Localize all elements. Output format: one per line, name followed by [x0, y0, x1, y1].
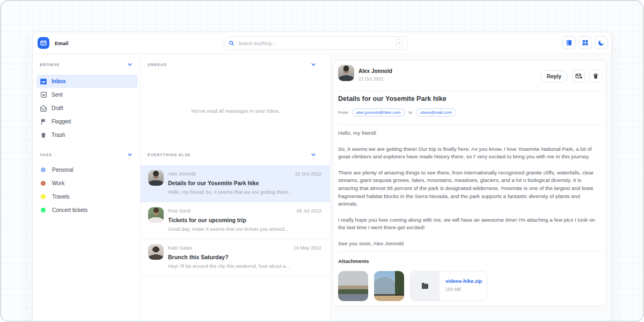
tag-item-personal[interactable]: Personal: [36, 163, 138, 177]
sidebar-item-trash[interactable]: Trash: [36, 128, 138, 142]
tag-item-travels[interactable]: Travels: [36, 190, 138, 203]
email-subject: Tickets for our upcoming trip: [168, 217, 246, 223]
to-email-chip[interactable]: steve@mail.com: [416, 108, 456, 116]
message-list: UNREAD You've read all messages in your …: [141, 55, 331, 322]
inbox-icon: [40, 78, 47, 85]
attachment-photo-1[interactable]: [338, 271, 368, 301]
avatar: [148, 207, 164, 223]
page-background: Email /: [0, 0, 644, 322]
attachment-photo-2[interactable]: [374, 271, 404, 301]
email-app-window: Email /: [32, 32, 612, 322]
email-subject: Brunch this Saturday?: [168, 254, 229, 260]
sidebar-item-label: Trash: [52, 132, 65, 138]
from-email-chip[interactable]: alex.jonnold@hike.com: [352, 108, 405, 116]
tag-label: Personal: [52, 167, 73, 173]
apps-button[interactable]: [579, 36, 592, 49]
to-label: to: [409, 110, 413, 115]
unread-section-header[interactable]: UNREAD: [148, 62, 316, 67]
search-input[interactable]: [238, 41, 396, 46]
app-title: Email: [55, 40, 68, 46]
tag-dot: [41, 181, 46, 186]
tag-dot: [41, 208, 46, 213]
email-body: Hello, my friend! So, it seems we are ge…: [338, 129, 599, 256]
email-detail-card: Alex Jonnold 21 Oct 2022 Reply: [333, 60, 606, 306]
search-icon: [229, 40, 235, 46]
trash-icon: [40, 131, 47, 139]
tag-label: Concert tickets: [52, 207, 87, 213]
flag-icon: [40, 118, 47, 126]
unread-empty-message: You've read all messages in your inbox.: [141, 108, 330, 114]
browse-label: BROWSE: [40, 63, 60, 67]
forward-button[interactable]: [572, 70, 585, 83]
everything-else-section-header[interactable]: EVERYTHING ELSE: [148, 152, 316, 157]
sidebar-item-label: Inbox: [52, 78, 66, 84]
envelope-icon: [40, 40, 47, 46]
chevron-down-icon[interactable]: [127, 152, 133, 157]
search-shortcut-key: /: [396, 39, 402, 47]
detail-sender-name: Alex Jonnold: [358, 68, 392, 74]
tag-dot: [41, 194, 46, 199]
attachment-file-size: 100 MB: [445, 287, 487, 292]
tag-dot: [41, 167, 46, 172]
tags-section-header[interactable]: TAGS: [40, 152, 133, 157]
detail-subject: Details for our Yosemite Park hike: [338, 95, 447, 103]
tag-item-work[interactable]: Work: [36, 177, 138, 190]
book-icon: [566, 39, 573, 46]
email-sender: Alex Jonnold: [168, 171, 196, 177]
email-date: 21 Oct 2022: [295, 171, 321, 177]
attachment-file-name: videos-hike.zip: [445, 278, 487, 284]
sidebar-item-label: Flagged: [52, 119, 71, 125]
chevron-down-icon[interactable]: [127, 62, 133, 67]
reply-button[interactable]: Reply: [540, 70, 568, 83]
email-detail-panel: Alex Jonnold 21 Oct 2022 Reply: [331, 55, 611, 322]
avatar: [148, 244, 164, 260]
draft-icon: [40, 105, 47, 112]
tags-label: TAGS: [40, 153, 52, 157]
chevron-down-icon[interactable]: [311, 152, 316, 157]
sent-icon: [40, 91, 47, 99]
tag-label: Travels: [52, 194, 69, 200]
email-list-item[interactable]: Kate Gates 16 May 2022 Brunch this Satur…: [141, 239, 330, 276]
app-logo: [38, 37, 49, 49]
contacts-button[interactable]: [562, 36, 576, 49]
sidebar-item-inbox[interactable]: Inbox: [36, 75, 138, 88]
sidebar: BROWSE Inbox: [33, 55, 141, 322]
avatar: [338, 65, 354, 81]
email-date: 16 May 2022: [294, 245, 321, 251]
trash-icon: [592, 73, 599, 79]
email-list-item[interactable]: Pete Sand 06 Jul 2022 Tickets for our up…: [141, 202, 330, 239]
avatar: [148, 170, 164, 186]
sidebar-item-sent[interactable]: Sent: [36, 88, 138, 101]
browse-section-header[interactable]: BROWSE: [40, 62, 133, 67]
moon-icon: [598, 39, 605, 46]
attachments-label: Attachments: [338, 258, 369, 264]
tag-item-concert-tickets[interactable]: Concert tickets: [36, 203, 138, 217]
grid-icon: [582, 39, 589, 46]
email-preview: Hey! I'll be around the city this weeken…: [168, 264, 290, 269]
sidebar-item-label: Draft: [52, 105, 63, 111]
dark-mode-button[interactable]: [595, 36, 608, 49]
folder-icon: [411, 272, 440, 301]
email-sender: Kate Gates: [168, 245, 192, 251]
email-sender: Pete Sand: [168, 208, 191, 214]
email-subject: Details for our Yosemite Park hike: [168, 180, 259, 186]
delete-button[interactable]: [589, 70, 602, 83]
app-header: Email /: [33, 32, 611, 54]
detail-date: 21 Oct 2022: [358, 76, 383, 82]
everything-else-label: EVERYTHING ELSE: [148, 153, 191, 157]
sidebar-item-flagged[interactable]: Flagged: [36, 115, 138, 128]
email-preview: Good day, mate! It seems that our ticket…: [168, 226, 289, 232]
from-label: From: [338, 110, 348, 115]
mail-plus-icon: [575, 73, 582, 80]
sidebar-item-label: Sent: [52, 92, 63, 98]
attachment-file-card[interactable]: videos-hike.zip 100 MB: [410, 271, 487, 301]
chevron-down-icon[interactable]: [311, 62, 316, 67]
sidebar-item-draft[interactable]: Draft: [36, 101, 138, 115]
email-list-item[interactable]: Alex Jonnold 21 Oct 2022 Details for our…: [141, 165, 330, 202]
tag-label: Work: [52, 180, 64, 186]
email-date: 06 Jul 2022: [296, 208, 321, 214]
unread-label: UNREAD: [148, 63, 167, 67]
search-bar[interactable]: /: [224, 36, 407, 50]
email-preview: Hello, my friend! So, it seems that we a…: [168, 189, 292, 195]
